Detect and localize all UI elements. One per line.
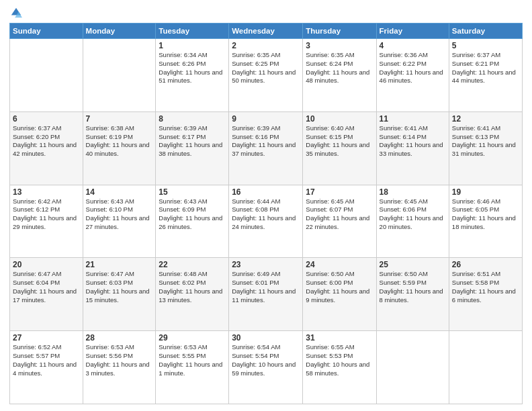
day-info: Sunrise: 6:49 AM Sunset: 6:01 PM Dayligh…: [232, 270, 300, 304]
table-cell: 23Sunrise: 6:49 AM Sunset: 6:01 PM Dayli…: [229, 258, 303, 331]
day-info: Sunrise: 6:43 AM Sunset: 6:10 PM Dayligh…: [86, 197, 153, 232]
table-cell: [376, 331, 449, 404]
day-info: Sunrise: 6:34 AM Sunset: 6:26 PM Dayligh…: [159, 51, 226, 85]
day-number: 15: [159, 187, 226, 197]
day-number: 18: [380, 187, 446, 197]
table-cell: 27Sunrise: 6:52 AM Sunset: 5:57 PM Dayli…: [10, 331, 83, 404]
day-info: Sunrise: 6:51 AM Sunset: 5:58 PM Dayligh…: [452, 270, 519, 304]
day-info: Sunrise: 6:46 AM Sunset: 6:05 PM Dayligh…: [452, 197, 519, 232]
day-info: Sunrise: 6:55 AM Sunset: 5:53 PM Dayligh…: [306, 343, 373, 377]
table-cell: 19Sunrise: 6:46 AM Sunset: 6:05 PM Dayli…: [449, 185, 522, 258]
day-info: Sunrise: 6:53 AM Sunset: 5:55 PM Dayligh…: [159, 343, 226, 377]
header-wednesday: Wednesday: [229, 24, 303, 39]
table-cell: 25Sunrise: 6:50 AM Sunset: 5:59 PM Dayli…: [376, 258, 449, 331]
logo: [9, 7, 22, 19]
day-number: 2: [232, 41, 300, 50]
table-cell: 9Sunrise: 6:39 AM Sunset: 6:16 PM Daylig…: [229, 111, 303, 185]
day-number: 11: [380, 114, 446, 124]
table-cell: 15Sunrise: 6:43 AM Sunset: 6:09 PM Dayli…: [156, 185, 229, 258]
day-info: Sunrise: 6:35 AM Sunset: 6:25 PM Dayligh…: [232, 51, 300, 85]
day-number: 13: [13, 187, 80, 197]
day-number: 4: [380, 41, 446, 50]
week-row-4: 27Sunrise: 6:52 AM Sunset: 5:57 PM Dayli…: [10, 331, 523, 404]
page: SundayMondayTuesdayWednesdayThursdayFrid…: [0, 0, 532, 411]
day-number: 5: [452, 41, 519, 50]
week-row-1: 6Sunrise: 6:37 AM Sunset: 6:20 PM Daylig…: [10, 111, 523, 185]
day-info: Sunrise: 6:39 AM Sunset: 6:17 PM Dayligh…: [159, 124, 226, 158]
table-cell: 4Sunrise: 6:36 AM Sunset: 6:22 PM Daylig…: [376, 39, 449, 112]
day-number: 24: [306, 260, 373, 269]
day-info: Sunrise: 6:43 AM Sunset: 6:09 PM Dayligh…: [159, 197, 226, 232]
table-cell: 5Sunrise: 6:37 AM Sunset: 6:21 PM Daylig…: [449, 39, 522, 112]
table-cell: [83, 39, 156, 112]
table-cell: 24Sunrise: 6:50 AM Sunset: 6:00 PM Dayli…: [303, 258, 376, 331]
day-number: 10: [306, 114, 373, 124]
table-cell: 10Sunrise: 6:40 AM Sunset: 6:15 PM Dayli…: [303, 111, 376, 185]
day-info: Sunrise: 6:35 AM Sunset: 6:24 PM Dayligh…: [306, 51, 373, 85]
table-cell: 1Sunrise: 6:34 AM Sunset: 6:26 PM Daylig…: [156, 39, 229, 112]
header-row: SundayMondayTuesdayWednesdayThursdayFrid…: [10, 24, 523, 39]
day-info: Sunrise: 6:41 AM Sunset: 6:14 PM Dayligh…: [380, 124, 446, 158]
day-info: Sunrise: 6:52 AM Sunset: 5:57 PM Dayligh…: [13, 343, 80, 377]
day-info: Sunrise: 6:37 AM Sunset: 6:21 PM Dayligh…: [452, 51, 519, 85]
header-thursday: Thursday: [303, 24, 376, 39]
day-number: 28: [86, 333, 153, 342]
table-cell: 28Sunrise: 6:53 AM Sunset: 5:56 PM Dayli…: [83, 331, 156, 404]
day-number: 17: [306, 187, 373, 197]
table-cell: 11Sunrise: 6:41 AM Sunset: 6:14 PM Dayli…: [376, 111, 449, 185]
table-cell: 8Sunrise: 6:39 AM Sunset: 6:17 PM Daylig…: [156, 111, 229, 185]
table-cell: [10, 39, 83, 112]
table-cell: 12Sunrise: 6:41 AM Sunset: 6:13 PM Dayli…: [449, 111, 522, 185]
day-info: Sunrise: 6:50 AM Sunset: 6:00 PM Dayligh…: [306, 270, 373, 304]
table-cell: 2Sunrise: 6:35 AM Sunset: 6:25 PM Daylig…: [229, 39, 303, 112]
day-info: Sunrise: 6:44 AM Sunset: 6:08 PM Dayligh…: [232, 197, 300, 232]
header-tuesday: Tuesday: [156, 24, 229, 39]
day-info: Sunrise: 6:47 AM Sunset: 6:04 PM Dayligh…: [13, 270, 80, 304]
table-cell: 16Sunrise: 6:44 AM Sunset: 6:08 PM Dayli…: [229, 185, 303, 258]
day-info: Sunrise: 6:39 AM Sunset: 6:16 PM Dayligh…: [232, 124, 300, 158]
day-number: 30: [232, 333, 300, 342]
header-sunday: Sunday: [10, 24, 83, 39]
day-info: Sunrise: 6:38 AM Sunset: 6:19 PM Dayligh…: [86, 124, 153, 158]
day-info: Sunrise: 6:40 AM Sunset: 6:15 PM Dayligh…: [306, 124, 373, 158]
day-number: 23: [232, 260, 300, 269]
table-cell: 13Sunrise: 6:42 AM Sunset: 6:12 PM Dayli…: [10, 185, 83, 258]
table-cell: 29Sunrise: 6:53 AM Sunset: 5:55 PM Dayli…: [156, 331, 229, 404]
day-info: Sunrise: 6:37 AM Sunset: 6:20 PM Dayligh…: [13, 124, 80, 158]
table-cell: 17Sunrise: 6:45 AM Sunset: 6:07 PM Dayli…: [303, 185, 376, 258]
table-cell: [449, 331, 522, 404]
day-number: 14: [86, 187, 153, 197]
table-cell: 6Sunrise: 6:37 AM Sunset: 6:20 PM Daylig…: [10, 111, 83, 185]
day-number: 12: [452, 114, 519, 124]
day-number: 19: [452, 187, 519, 197]
day-number: 6: [13, 114, 80, 124]
week-row-0: 1Sunrise: 6:34 AM Sunset: 6:26 PM Daylig…: [10, 39, 523, 112]
logo-icon: [10, 7, 22, 19]
day-info: Sunrise: 6:47 AM Sunset: 6:03 PM Dayligh…: [86, 270, 153, 304]
day-info: Sunrise: 6:54 AM Sunset: 5:54 PM Dayligh…: [232, 343, 300, 377]
day-info: Sunrise: 6:45 AM Sunset: 6:07 PM Dayligh…: [306, 197, 373, 232]
day-number: 7: [86, 114, 153, 124]
calendar-table: SundayMondayTuesdayWednesdayThursdayFrid…: [9, 23, 523, 404]
day-info: Sunrise: 6:45 AM Sunset: 6:06 PM Dayligh…: [380, 197, 446, 232]
header-monday: Monday: [83, 24, 156, 39]
day-number: 29: [159, 333, 226, 342]
header-friday: Friday: [376, 24, 449, 39]
day-info: Sunrise: 6:53 AM Sunset: 5:56 PM Dayligh…: [86, 343, 153, 377]
table-cell: 18Sunrise: 6:45 AM Sunset: 6:06 PM Dayli…: [376, 185, 449, 258]
day-number: 3: [306, 41, 373, 50]
day-number: 22: [159, 260, 226, 269]
day-number: 20: [13, 260, 80, 269]
day-info: Sunrise: 6:42 AM Sunset: 6:12 PM Dayligh…: [13, 197, 80, 232]
table-cell: 7Sunrise: 6:38 AM Sunset: 6:19 PM Daylig…: [83, 111, 156, 185]
table-cell: 14Sunrise: 6:43 AM Sunset: 6:10 PM Dayli…: [83, 185, 156, 258]
week-row-3: 20Sunrise: 6:47 AM Sunset: 6:04 PM Dayli…: [10, 258, 523, 331]
week-row-2: 13Sunrise: 6:42 AM Sunset: 6:12 PM Dayli…: [10, 185, 523, 258]
day-info: Sunrise: 6:48 AM Sunset: 6:02 PM Dayligh…: [159, 270, 226, 304]
header-saturday: Saturday: [449, 24, 522, 39]
day-number: 8: [159, 114, 226, 124]
day-number: 27: [13, 333, 80, 342]
table-cell: 20Sunrise: 6:47 AM Sunset: 6:04 PM Dayli…: [10, 258, 83, 331]
table-cell: 3Sunrise: 6:35 AM Sunset: 6:24 PM Daylig…: [303, 39, 376, 112]
day-number: 25: [380, 260, 446, 269]
